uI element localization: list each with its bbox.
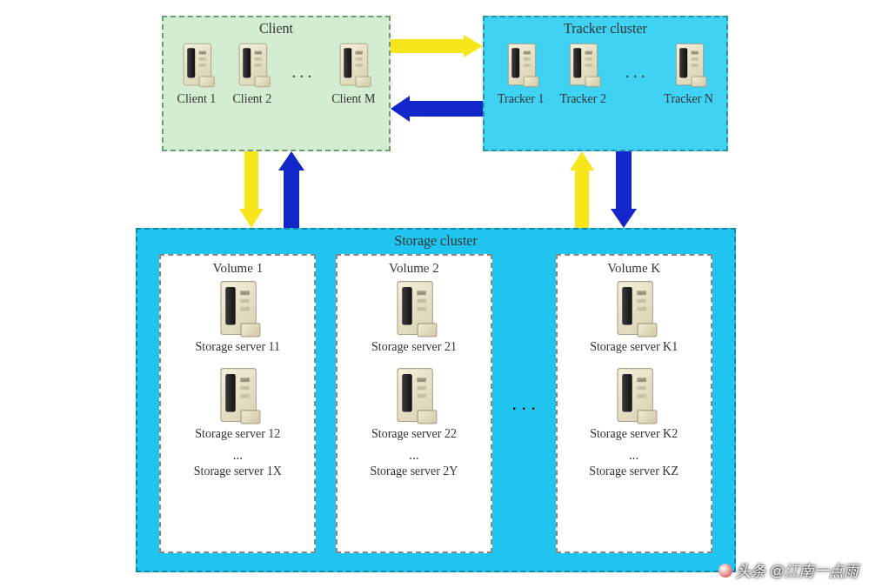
logo-icon: [719, 564, 732, 578]
server-icon: [672, 43, 705, 89]
storage-server-label: Storage server 22: [371, 427, 457, 441]
client-title: Client: [164, 17, 389, 38]
server-icon: [393, 281, 435, 339]
client-node: Client M: [331, 38, 375, 106]
server-icon: [180, 43, 213, 89]
tracker-node: Tracker N: [664, 38, 713, 106]
arrow-client-to-storage-icon: [239, 151, 264, 228]
server-icon: [217, 368, 258, 426]
server-icon: [217, 281, 258, 339]
server-icon: [337, 43, 370, 89]
arrow-client-to-tracker-icon: [391, 35, 483, 57]
watermark-text: 头条 @江南一点雨: [736, 563, 859, 579]
volume-title: Volume 2: [389, 261, 439, 276]
storage-server-label: Storage server K1: [590, 340, 678, 354]
storage-server-label: Storage server 21: [371, 340, 457, 354]
watermark: 头条 @江南一点雨: [719, 561, 859, 581]
ellipsis: ...: [409, 448, 418, 463]
ellipsis: . . .: [622, 63, 649, 82]
server-icon: [236, 43, 269, 89]
volume-group: Volume 2 Storage server 21 Storage serve…: [336, 254, 492, 553]
volume-group: Volume 1 Storage server 11 Storage serve…: [159, 254, 316, 553]
client-label: Client 2: [233, 92, 272, 106]
server-icon: [613, 281, 655, 339]
arrow-tracker-to-storage-icon: [611, 151, 637, 228]
ellipsis: . . .: [288, 63, 315, 82]
server-icon: [613, 368, 655, 426]
server-icon: [393, 368, 435, 426]
client-label: Client 1: [177, 92, 217, 106]
arrow-tracker-to-client-icon: [391, 96, 483, 122]
storage-title: Storage cluster: [137, 230, 734, 251]
client-node: Client 2: [233, 38, 272, 106]
storage-server-label: Storage server 11: [196, 340, 280, 354]
storage-server-label: Storage server KZ: [589, 464, 678, 478]
tracker-label: Tracker 1: [498, 92, 545, 106]
client-label: Client M: [331, 92, 375, 106]
arrow-storage-to-client-icon: [278, 151, 304, 228]
ellipsis: . . .: [512, 392, 537, 415]
ellipsis: ...: [629, 448, 638, 463]
ellipsis: ...: [233, 448, 243, 463]
volume-title: Volume K: [607, 261, 660, 276]
tracker-node: Tracker 1: [498, 38, 545, 106]
volume-title: Volume 1: [212, 261, 263, 276]
storage-server-label: Storage server K2: [590, 427, 678, 441]
tracker-cluster: Tracker cluster Tracker 1 Tracker 2 . . …: [483, 16, 728, 151]
tracker-title: Tracker cluster: [485, 17, 726, 38]
tracker-node: Tracker 2: [559, 38, 606, 106]
storage-server-label: Storage server 2Y: [370, 464, 458, 478]
server-icon: [566, 43, 599, 89]
storage-server-label: Storage server 12: [195, 427, 280, 441]
volume-group: Volume K Storage server K1 Storage serve…: [556, 254, 712, 553]
tracker-label: Tracker N: [664, 92, 713, 106]
storage-server-label: Storage server 1X: [194, 464, 282, 478]
client-cluster: Client Client 1 Client 2 . . . Client M: [162, 16, 391, 151]
tracker-label: Tracker 2: [559, 92, 606, 106]
client-node: Client 1: [177, 38, 217, 106]
server-icon: [505, 43, 538, 89]
arrow-storage-to-tracker-icon: [570, 151, 594, 228]
storage-cluster: Storage cluster Volume 1 Storage server …: [136, 228, 736, 572]
